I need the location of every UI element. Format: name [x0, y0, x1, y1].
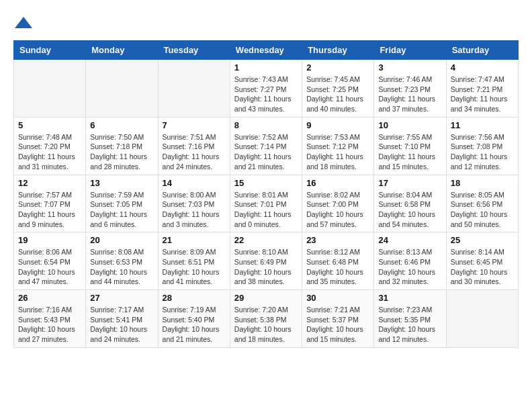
day-number: 15 — [234, 178, 298, 188]
calendar-day-cell: 27Sunrise: 7:17 AM Sunset: 5:41 PM Dayli… — [86, 290, 158, 348]
svg-marker-0 — [15, 17, 32, 28]
day-number: 21 — [163, 235, 226, 245]
day-info: Sunrise: 7:52 AM Sunset: 7:14 PM Dayligh… — [234, 132, 298, 172]
calendar-day-cell: 21Sunrise: 8:09 AM Sunset: 6:51 PM Dayli… — [158, 232, 230, 290]
day-info: Sunrise: 8:08 AM Sunset: 6:53 PM Dayligh… — [90, 247, 153, 287]
day-number: 26 — [18, 293, 81, 303]
day-number: 25 — [451, 235, 514, 245]
day-info: Sunrise: 8:12 AM Sunset: 6:48 PM Dayligh… — [306, 247, 369, 287]
calendar-day-cell: 12Sunrise: 7:57 AM Sunset: 7:07 PM Dayli… — [14, 175, 86, 232]
calendar-day-cell: 6Sunrise: 7:50 AM Sunset: 7:18 PM Daylig… — [86, 117, 158, 175]
day-info: Sunrise: 7:19 AM Sunset: 5:40 PM Dayligh… — [163, 305, 226, 345]
calendar-day-cell: 10Sunrise: 7:55 AM Sunset: 7:10 PM Dayli… — [374, 117, 446, 175]
day-number: 7 — [163, 120, 226, 130]
day-info: Sunrise: 7:53 AM Sunset: 7:12 PM Dayligh… — [306, 132, 369, 172]
calendar-day-cell: 7Sunrise: 7:51 AM Sunset: 7:16 PM Daylig… — [158, 117, 230, 175]
day-info: Sunrise: 8:09 AM Sunset: 6:51 PM Dayligh… — [163, 247, 226, 287]
calendar-day-cell: 5Sunrise: 7:48 AM Sunset: 7:20 PM Daylig… — [14, 117, 86, 175]
day-number: 5 — [18, 120, 81, 130]
day-number: 17 — [378, 178, 441, 188]
calendar-day-cell: 13Sunrise: 7:59 AM Sunset: 7:05 PM Dayli… — [86, 175, 158, 232]
day-number: 3 — [378, 62, 441, 73]
day-number: 4 — [451, 62, 514, 73]
calendar-day-cell: 17Sunrise: 8:04 AM Sunset: 6:58 PM Dayli… — [374, 175, 446, 232]
day-info: Sunrise: 8:10 AM Sunset: 6:49 PM Dayligh… — [234, 247, 298, 287]
day-info: Sunrise: 7:55 AM Sunset: 7:10 PM Dayligh… — [378, 132, 441, 172]
calendar-day-cell — [446, 290, 518, 348]
day-info: Sunrise: 8:04 AM Sunset: 6:58 PM Dayligh… — [378, 190, 441, 230]
calendar-day-cell — [86, 60, 158, 118]
day-number: 2 — [306, 62, 369, 73]
day-info: Sunrise: 7:23 AM Sunset: 5:35 PM Dayligh… — [378, 305, 441, 345]
day-number: 1 — [234, 62, 298, 73]
day-info: Sunrise: 7:48 AM Sunset: 7:20 PM Dayligh… — [18, 132, 81, 172]
day-info: Sunrise: 7:20 AM Sunset: 5:38 PM Dayligh… — [234, 305, 298, 345]
day-info: Sunrise: 7:51 AM Sunset: 7:16 PM Dayligh… — [163, 132, 226, 172]
calendar-day-cell: 16Sunrise: 8:02 AM Sunset: 7:00 PM Dayli… — [302, 175, 374, 232]
day-number: 6 — [90, 120, 153, 130]
day-number: 9 — [306, 120, 369, 130]
calendar-day-cell: 15Sunrise: 8:01 AM Sunset: 7:01 PM Dayli… — [230, 175, 302, 232]
calendar-day-cell: 20Sunrise: 8:08 AM Sunset: 6:53 PM Dayli… — [86, 232, 158, 290]
calendar-day-cell: 19Sunrise: 8:06 AM Sunset: 6:54 PM Dayli… — [14, 232, 86, 290]
calendar-day-cell: 3Sunrise: 7:46 AM Sunset: 7:23 PM Daylig… — [374, 60, 446, 118]
calendar-day-cell: 9Sunrise: 7:53 AM Sunset: 7:12 PM Daylig… — [302, 117, 374, 175]
calendar-week-row: 1Sunrise: 7:43 AM Sunset: 7:27 PM Daylig… — [14, 60, 519, 118]
calendar-week-row: 12Sunrise: 7:57 AM Sunset: 7:07 PM Dayli… — [14, 175, 519, 232]
day-header-saturday: Saturday — [446, 41, 518, 60]
calendar-day-cell: 4Sunrise: 7:47 AM Sunset: 7:21 PM Daylig… — [446, 60, 518, 118]
calendar-day-cell: 14Sunrise: 8:00 AM Sunset: 7:03 PM Dayli… — [158, 175, 230, 232]
day-header-wednesday: Wednesday — [230, 41, 302, 60]
day-info: Sunrise: 7:43 AM Sunset: 7:27 PM Dayligh… — [234, 75, 298, 114]
calendar-day-cell: 18Sunrise: 8:05 AM Sunset: 6:56 PM Dayli… — [446, 175, 518, 232]
calendar-week-row: 5Sunrise: 7:48 AM Sunset: 7:20 PM Daylig… — [14, 117, 519, 175]
day-info: Sunrise: 7:59 AM Sunset: 7:05 PM Dayligh… — [90, 190, 153, 230]
day-number: 23 — [306, 235, 369, 245]
day-number: 12 — [18, 178, 81, 188]
calendar-day-cell: 8Sunrise: 7:52 AM Sunset: 7:14 PM Daylig… — [230, 117, 302, 175]
day-info: Sunrise: 7:17 AM Sunset: 5:41 PM Dayligh… — [90, 305, 153, 345]
day-info: Sunrise: 8:14 AM Sunset: 6:45 PM Dayligh… — [451, 247, 514, 287]
calendar-week-row: 19Sunrise: 8:06 AM Sunset: 6:54 PM Dayli… — [14, 232, 519, 290]
day-info: Sunrise: 7:16 AM Sunset: 5:43 PM Dayligh… — [18, 305, 81, 345]
day-number: 20 — [90, 235, 153, 245]
day-info: Sunrise: 7:50 AM Sunset: 7:18 PM Dayligh… — [90, 132, 153, 172]
calendar-day-cell: 1Sunrise: 7:43 AM Sunset: 7:27 PM Daylig… — [230, 60, 302, 118]
day-number: 19 — [18, 235, 81, 245]
day-number: 27 — [90, 293, 153, 303]
calendar-day-cell: 26Sunrise: 7:16 AM Sunset: 5:43 PM Dayli… — [14, 290, 86, 348]
calendar-day-cell — [158, 60, 230, 118]
calendar-day-cell: 31Sunrise: 7:23 AM Sunset: 5:35 PM Dayli… — [374, 290, 446, 348]
day-number: 28 — [163, 293, 226, 303]
calendar-day-cell: 30Sunrise: 7:21 AM Sunset: 5:37 PM Dayli… — [302, 290, 374, 348]
day-info: Sunrise: 8:05 AM Sunset: 6:56 PM Dayligh… — [451, 190, 514, 230]
day-info: Sunrise: 7:45 AM Sunset: 7:25 PM Dayligh… — [306, 75, 369, 114]
day-number: 16 — [306, 178, 369, 188]
day-header-monday: Monday — [86, 41, 158, 60]
day-number: 10 — [378, 120, 441, 130]
day-header-sunday: Sunday — [14, 41, 86, 60]
day-number: 8 — [234, 120, 298, 130]
day-header-tuesday: Tuesday — [158, 41, 230, 60]
day-info: Sunrise: 7:46 AM Sunset: 7:23 PM Dayligh… — [378, 75, 441, 114]
calendar-day-cell: 24Sunrise: 8:13 AM Sunset: 6:46 PM Dayli… — [374, 232, 446, 290]
day-number: 13 — [90, 178, 153, 188]
day-info: Sunrise: 8:00 AM Sunset: 7:03 PM Dayligh… — [163, 190, 226, 230]
logo-icon — [13, 13, 34, 34]
calendar-day-cell: 25Sunrise: 8:14 AM Sunset: 6:45 PM Dayli… — [446, 232, 518, 290]
calendar-header-row: SundayMondayTuesdayWednesdayThursdayFrid… — [14, 41, 519, 60]
day-info: Sunrise: 8:01 AM Sunset: 7:01 PM Dayligh… — [234, 190, 298, 230]
page-header — [13, 13, 519, 34]
calendar-day-cell — [14, 60, 86, 118]
day-info: Sunrise: 7:21 AM Sunset: 5:37 PM Dayligh… — [306, 305, 369, 345]
calendar-day-cell: 2Sunrise: 7:45 AM Sunset: 7:25 PM Daylig… — [302, 60, 374, 118]
calendar-table: SundayMondayTuesdayWednesdayThursdayFrid… — [13, 40, 519, 348]
day-number: 24 — [378, 235, 441, 245]
day-info: Sunrise: 8:06 AM Sunset: 6:54 PM Dayligh… — [18, 247, 81, 287]
calendar-week-row: 26Sunrise: 7:16 AM Sunset: 5:43 PM Dayli… — [14, 290, 519, 348]
calendar-day-cell: 28Sunrise: 7:19 AM Sunset: 5:40 PM Dayli… — [158, 290, 230, 348]
day-number: 29 — [234, 293, 298, 303]
day-number: 30 — [306, 293, 369, 303]
calendar-day-cell: 11Sunrise: 7:56 AM Sunset: 7:08 PM Dayli… — [446, 117, 518, 175]
calendar-day-cell: 22Sunrise: 8:10 AM Sunset: 6:49 PM Dayli… — [230, 232, 302, 290]
